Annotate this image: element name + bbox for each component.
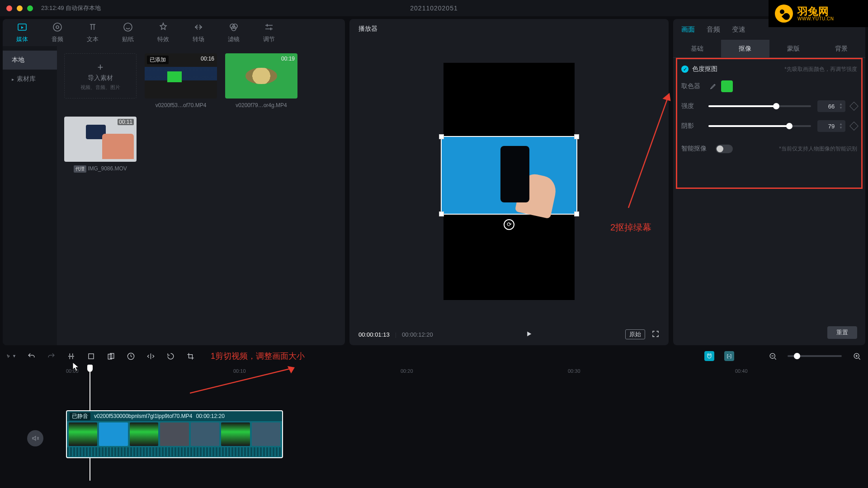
- rotate-handle[interactable]: ⟳: [504, 219, 514, 230]
- filter-icon: [228, 22, 239, 33]
- resize-handle-tr[interactable]: [574, 134, 579, 139]
- keyframe-button[interactable]: [849, 102, 859, 111]
- media-clip[interactable]: 00:19 v0200f79…or4g.MP4: [225, 53, 297, 108]
- clip-mute-tag: 已静音: [70, 413, 90, 420]
- annotation-1-text: 1剪切视频，调整画面大小: [211, 351, 305, 361]
- keyframe-button[interactable]: [849, 122, 859, 131]
- media-clip[interactable]: 00:11 代理IMG_9086.MOV: [64, 117, 137, 173]
- player-panel: 播放器 ⟳ 00:00:01:13 | 00:00:12:20 原始: [349, 19, 669, 345]
- clip-filename: v0200f53…of70.MP4: [145, 102, 217, 108]
- import-title: 导入素材: [88, 74, 113, 82]
- media-sidebar: 本地 ▸素材库: [3, 46, 57, 345]
- media-grid: + 导入素材 视频、音频、图片 已添加 00:16 v0200f53…of70.…: [57, 46, 345, 345]
- tab-sticker[interactable]: 贴纸: [112, 19, 144, 46]
- selected-clip-frame[interactable]: ⟳: [441, 136, 577, 215]
- sidebar-item-library[interactable]: ▸素材库: [3, 70, 57, 89]
- tab-text[interactable]: 文本: [77, 19, 108, 46]
- crop-button[interactable]: [106, 351, 116, 361]
- clip-thumbnail: 00:19: [225, 53, 297, 99]
- tab-filter[interactable]: 滤镜: [218, 19, 250, 46]
- timeline-tracks[interactable]: 已静音 v0200f530000bpnlsml7gl1lpp9tof70.MP4…: [5, 377, 865, 476]
- svg-point-2: [56, 26, 59, 28]
- media-clip[interactable]: 已添加 00:16 v0200f53…of70.MP4: [145, 53, 217, 108]
- tab-adjust[interactable]: 调节: [253, 19, 285, 46]
- shadow-slider[interactable]: [708, 125, 811, 127]
- tab-transition-label: 转场: [193, 35, 204, 43]
- tab-adjust-label: 调节: [263, 35, 275, 43]
- original-ratio-button[interactable]: 原始: [625, 329, 645, 339]
- title-bar: 23:12:49 自动保存本地 202110202051: [0, 0, 868, 16]
- rotate-button[interactable]: [165, 351, 175, 361]
- magnetic-button[interactable]: [704, 351, 714, 361]
- player-canvas[interactable]: ⟳: [443, 63, 575, 300]
- smart-cutout-label: 智能抠像: [681, 145, 716, 153]
- ruler-tick: 00:20: [401, 368, 413, 374]
- play-button[interactable]: [525, 330, 533, 339]
- timeline-panel: ▼ 1剪切视频，调整画面大小 00:00 00:10 00:20 00:30 0…: [0, 345, 868, 485]
- timeline-clip[interactable]: 已静音 v0200f530000bpnlsml7gl1lpp9tof70.MP4…: [66, 410, 283, 458]
- tab-audio-inspector[interactable]: 音频: [705, 23, 722, 37]
- timeline-ruler[interactable]: 00:00 00:10 00:20 00:30 00:40: [66, 365, 865, 377]
- tab-audio-label: 音频: [52, 35, 63, 43]
- subtab-basic[interactable]: 基础: [673, 40, 721, 57]
- spinner-buttons[interactable]: ▲▼: [839, 120, 844, 132]
- sidebar-item-local[interactable]: 本地: [3, 51, 57, 70]
- player-stage[interactable]: ⟳: [349, 39, 669, 324]
- clip-duration: 00:16: [201, 56, 214, 62]
- speed-button[interactable]: [126, 351, 136, 361]
- spinner-buttons[interactable]: ▲▼: [839, 100, 844, 112]
- smart-cutout-toggle[interactable]: [716, 145, 733, 153]
- zoom-slider[interactable]: [788, 355, 842, 357]
- maximize-window-button[interactable]: [27, 5, 33, 11]
- eyedropper-button[interactable]: [708, 82, 717, 90]
- minimize-window-button[interactable]: [17, 5, 23, 11]
- resize-handle-br[interactable]: [574, 211, 579, 216]
- player-title: 播放器: [349, 19, 669, 39]
- player-time-current: 00:00:01:13: [359, 331, 390, 338]
- split-button[interactable]: [66, 351, 76, 361]
- tab-audio[interactable]: 音频: [42, 19, 73, 46]
- tab-speed[interactable]: 变速: [730, 23, 747, 37]
- shadow-value[interactable]: 79▲▼: [817, 120, 845, 132]
- delete-button[interactable]: [86, 351, 96, 361]
- subtab-cutout[interactable]: 抠像: [721, 40, 769, 57]
- track-mute-button[interactable]: [27, 430, 43, 446]
- reset-button[interactable]: 重置: [827, 326, 857, 339]
- resize-handle-bl[interactable]: [439, 211, 444, 216]
- zoom-in-button[interactable]: [852, 351, 862, 361]
- subtab-background[interactable]: 背景: [817, 40, 865, 57]
- tab-picture[interactable]: 画面: [679, 23, 697, 37]
- tab-media[interactable]: 媒体: [6, 19, 38, 46]
- mirror-button[interactable]: [146, 351, 156, 361]
- yutu-logo-url: WWW.YUTU.CN: [797, 17, 834, 21]
- clip-dur-label: 00:00:12:20: [196, 413, 225, 419]
- close-window-button[interactable]: [6, 5, 12, 11]
- clip-name-label: v0200f530000bpnlsml7gl1lpp9tof70.MP4: [94, 413, 193, 419]
- selection-tool[interactable]: ▼: [6, 351, 16, 361]
- audio-icon: [52, 22, 63, 33]
- link-button[interactable]: [724, 351, 734, 361]
- tab-effect-label: 特效: [157, 35, 169, 43]
- tab-text-label: 文本: [87, 35, 99, 43]
- redo-button[interactable]: [46, 351, 56, 361]
- fullscreen-button[interactable]: [651, 330, 660, 339]
- tab-effect[interactable]: 特效: [147, 19, 179, 46]
- chroma-title: 色度抠图: [692, 65, 717, 73]
- intensity-value[interactable]: 66▲▼: [817, 100, 845, 112]
- watermark-logo: 羽兔网 WWW.YUTU.CN: [769, 0, 868, 27]
- chroma-checkbox[interactable]: ✓: [681, 66, 689, 73]
- text-icon: [87, 22, 98, 33]
- zoom-out-button[interactable]: [768, 351, 778, 361]
- added-badge: 已添加: [147, 56, 169, 64]
- tab-transition[interactable]: 转场: [183, 19, 214, 46]
- color-swatch[interactable]: [721, 80, 733, 92]
- undo-button[interactable]: [26, 351, 36, 361]
- import-media-button[interactable]: + 导入素材 视频、音频、图片: [64, 53, 137, 108]
- subtab-mask[interactable]: 蒙版: [769, 40, 817, 57]
- intensity-slider[interactable]: [708, 105, 811, 107]
- chroma-hint: *先吸取画面颜色，再调节强度: [784, 66, 857, 73]
- sticker-icon: [123, 22, 133, 33]
- resize-handle-tl[interactable]: [439, 134, 444, 139]
- crop-frame-button[interactable]: [185, 351, 195, 361]
- autosave-status: 23:12:49 自动保存本地: [41, 4, 101, 12]
